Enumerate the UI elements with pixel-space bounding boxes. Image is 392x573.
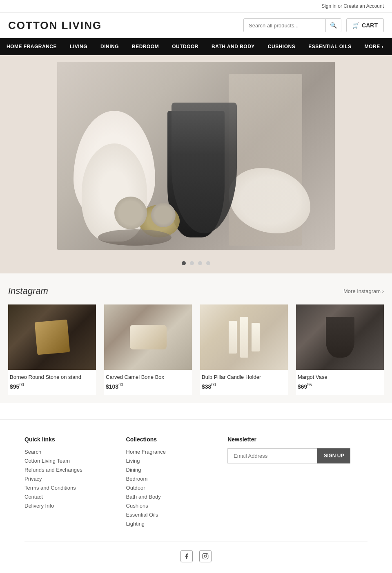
collection-link[interactable]: Bath and Body [126, 494, 161, 500]
collection-link[interactable]: Home Fragrance [126, 449, 166, 455]
list-item: Bath and Body [126, 493, 220, 500]
product-card: Bulb Pillar Candle Holder $3800 [200, 304, 288, 395]
list-item: Essential Oils [126, 511, 220, 518]
list-item: Lighting [126, 520, 220, 527]
quick-link[interactable]: Terms and Conditions [24, 485, 76, 491]
header: COTTON LIVING 🔍 🛒 CART [0, 13, 392, 38]
search-button[interactable]: 🔍 [325, 19, 341, 32]
nav-item-cushions[interactable]: CUSHIONS [261, 38, 302, 55]
collection-link[interactable]: Essential Oils [126, 512, 158, 518]
create-account-link[interactable]: Create an Account [343, 3, 384, 9]
slider-dot-4[interactable] [206, 261, 210, 265]
slider-dots [0, 256, 392, 273]
quick-link[interactable]: Delivery Info [24, 503, 54, 509]
search-form: 🔍 [243, 18, 341, 32]
product-image[interactable] [104, 304, 192, 370]
quick-link[interactable]: Cotton Living Team [24, 458, 70, 464]
product-image[interactable] [200, 304, 288, 370]
instagram-title: Instagram [8, 286, 48, 296]
cart-icon: 🛒 [352, 22, 359, 29]
quick-link[interactable]: Contact [24, 494, 43, 500]
product-name: Margot Vase [296, 374, 384, 380]
newsletter-col: Newsletter SIGN UP [227, 436, 368, 529]
product-name: Bulb Pillar Candle Holder [200, 374, 288, 380]
list-item: Privacy [24, 475, 118, 482]
svg-point-2 [207, 554, 207, 555]
newsletter-form: SIGN UP [227, 448, 368, 463]
product-image[interactable] [8, 304, 96, 370]
footer: Quick links Search Cotton Living Team Re… [0, 419, 392, 573]
quick-link[interactable]: Privacy [24, 476, 42, 482]
nav-item-dining[interactable]: DINING [94, 38, 125, 55]
newsletter-email-input[interactable] [227, 448, 317, 463]
product-name: Borneo Round Stone on stand [8, 374, 96, 380]
collections-heading: Collections [126, 436, 220, 443]
collection-link[interactable]: Outdoor [126, 485, 145, 491]
nav-item-outdoor[interactable]: OUTDOOR [165, 38, 205, 55]
product-price: $3800 [200, 383, 288, 395]
list-item: Cushions [126, 502, 220, 509]
nav-item-living[interactable]: LIVING [63, 38, 94, 55]
quick-links-heading: Quick links [24, 436, 118, 443]
nav-item-more[interactable]: MORE › [358, 38, 390, 55]
list-item: Search [24, 448, 118, 455]
slider-dot-1[interactable] [182, 261, 186, 265]
list-item: Terms and Conditions [24, 484, 118, 491]
nav-item-essential-oils[interactable]: ESSENTIAL OILS [302, 38, 358, 55]
more-instagram-link[interactable]: More Instagram › [343, 288, 384, 294]
or-text: or [338, 3, 342, 9]
instagram-section: Instagram More Instagram › Borneo Round … [0, 273, 392, 403]
collection-link[interactable]: Living [126, 458, 140, 464]
newsletter-signup-button[interactable]: SIGN UP [317, 448, 350, 463]
products-grid: Borneo Round Stone on stand $9500 Carved… [8, 304, 384, 395]
collections-col: Collections Home Fragrance Living Dining… [126, 436, 220, 529]
logo[interactable]: COTTON LIVING [8, 19, 102, 32]
product-card: Carved Camel Bone Box $10300 [104, 304, 192, 395]
cart-label: CART [362, 22, 378, 29]
collection-link[interactable]: Dining [126, 467, 141, 473]
product-name: Carved Camel Bone Box [104, 374, 192, 380]
nav-item-bath-and-body[interactable]: BATH AND BODY [205, 38, 261, 55]
product-price: $9500 [8, 383, 96, 395]
instagram-icon[interactable] [199, 550, 212, 562]
product-price: $10300 [104, 383, 192, 395]
list-item: Delivery Info [24, 502, 118, 509]
product-price: $6995 [296, 383, 384, 395]
list-item: Bedroom [126, 475, 220, 482]
collections-list: Home Fragrance Living Dining Bedroom Out… [126, 448, 220, 527]
collection-link[interactable]: Lighting [126, 521, 145, 527]
hero-section [0, 55, 392, 273]
signin-link[interactable]: Sign in [321, 3, 336, 9]
hero-image [57, 62, 335, 250]
facebook-icon[interactable] [180, 550, 193, 562]
search-icon: 🔍 [330, 22, 337, 29]
slider-dot-2[interactable] [190, 261, 194, 265]
collection-link[interactable]: Cushions [126, 503, 148, 509]
cart-button[interactable]: 🛒 CART [346, 18, 384, 32]
product-card: Margot Vase $6995 [296, 304, 384, 395]
product-card: Borneo Round Stone on stand $9500 [8, 304, 96, 395]
list-item: Cotton Living Team [24, 457, 118, 464]
top-bar: Sign in or Create an Account [0, 0, 392, 13]
nav-item-home-fragrance[interactable]: HOME FRAGRANCE [0, 38, 63, 55]
svg-point-1 [204, 555, 206, 557]
quick-links-list: Search Cotton Living Team Refunds and Ex… [24, 448, 118, 509]
quick-link[interactable]: Search [24, 449, 41, 455]
nav-item-bedroom[interactable]: BEDROOM [125, 38, 165, 55]
list-item: Living [126, 457, 220, 464]
quick-link[interactable]: Refunds and Exchanges [24, 467, 82, 473]
main-nav: HOME FRAGRANCE LIVING DINING BEDROOM OUT… [0, 38, 392, 55]
list-item: Outdoor [126, 484, 220, 491]
header-right: 🔍 🛒 CART [243, 18, 384, 32]
list-item: Home Fragrance [126, 448, 220, 455]
list-item: Refunds and Exchanges [24, 466, 118, 473]
list-item: Dining [126, 466, 220, 473]
search-input[interactable] [244, 19, 325, 32]
product-image[interactable] [296, 304, 384, 370]
social-row [24, 542, 368, 571]
newsletter-heading: Newsletter [227, 436, 368, 443]
collection-link[interactable]: Bedroom [126, 476, 148, 482]
instagram-header: Instagram More Instagram › [8, 286, 384, 296]
slider-dot-3[interactable] [198, 261, 202, 265]
list-item: Contact [24, 493, 118, 500]
